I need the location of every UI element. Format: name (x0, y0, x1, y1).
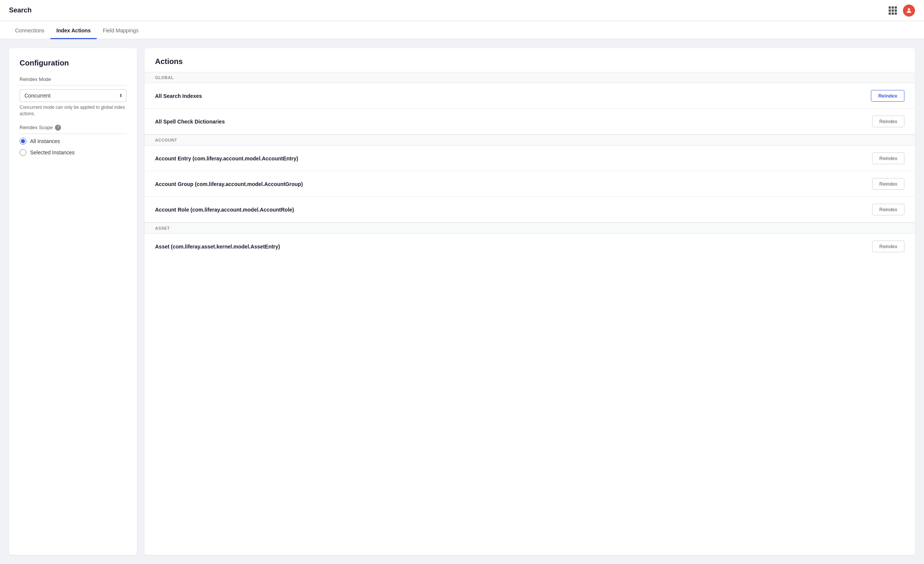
app-title: Search (9, 6, 32, 14)
radio-selected-instances-label: Selected Instances (30, 149, 75, 155)
help-icon[interactable]: ? (55, 125, 61, 131)
form-divider-1 (20, 85, 126, 85)
reindex-btn-asset-entry[interactable]: Reindex (872, 241, 904, 252)
reindex-scope-label: Reindex Scope ? (20, 125, 126, 131)
action-name-all-spell-check: All Spell Check Dictionaries (155, 119, 225, 125)
grid-icon[interactable] (889, 6, 897, 15)
reindex-btn-account-entry[interactable]: Reindex (872, 152, 904, 164)
reindex-btn-account-group[interactable]: Reindex (872, 178, 904, 190)
radio-all-instances[interactable]: All Instances (20, 138, 126, 145)
reindex-scope-group: Reindex Scope ? All Instances Selected I… (20, 125, 126, 156)
radio-selected-instances-input[interactable] (20, 149, 26, 156)
reindex-btn-all-search-indexes[interactable]: Reindex (871, 90, 904, 102)
app-header: Search (0, 0, 924, 21)
action-row-account-role: Account Role (com.liferay.account.model.… (145, 197, 915, 223)
tab-connections[interactable]: Connections (9, 23, 50, 39)
user-avatar[interactable] (903, 5, 915, 17)
reindex-mode-group: Reindex Mode Concurrent Sync ⬍ Concurren… (20, 76, 126, 117)
action-row-asset-entry: Asset (com.liferay.asset.kernel.model.As… (145, 234, 915, 259)
configuration-panel: Configuration Reindex Mode Concurrent Sy… (9, 48, 137, 555)
header-icons (889, 5, 915, 17)
radio-selected-instances[interactable]: Selected Instances (20, 149, 126, 156)
form-divider-2 (20, 134, 126, 134)
radio-all-instances-input[interactable] (20, 138, 26, 145)
action-name-asset-entry: Asset (com.liferay.asset.kernel.model.As… (155, 244, 280, 250)
main-content: Configuration Reindex Mode Concurrent Sy… (0, 39, 924, 564)
svg-point-0 (908, 8, 910, 11)
action-name-account-group: Account Group (com.liferay.account.model… (155, 181, 303, 187)
tab-bar: Connections Index Actions Field Mappings (0, 21, 924, 39)
action-name-all-search-indexes: All Search Indexes (155, 93, 202, 99)
radio-all-instances-label: All Instances (30, 138, 60, 144)
reindex-mode-select-wrapper: Concurrent Sync ⬍ (20, 89, 126, 102)
tab-field-mappings[interactable]: Field Mappings (97, 23, 145, 39)
reindex-btn-account-role[interactable]: Reindex (872, 204, 904, 215)
action-name-account-entry: Account Entry (com.liferay.account.model… (155, 155, 298, 162)
action-row-all-search-indexes: All Search Indexes Reindex (145, 83, 915, 109)
reindex-mode-select[interactable]: Concurrent Sync (20, 89, 126, 102)
section-header-global: GLOBAL (145, 72, 915, 83)
section-header-asset: ASSET (145, 223, 915, 234)
action-row-account-entry: Account Entry (com.liferay.account.model… (145, 146, 915, 171)
reindex-mode-label: Reindex Mode (20, 76, 126, 82)
action-name-account-role: Account Role (com.liferay.account.model.… (155, 207, 294, 213)
section-header-account: ACCOUNT (145, 134, 915, 146)
reindex-btn-all-spell-check[interactable]: Reindex (872, 116, 904, 127)
scope-radio-group: All Instances Selected Instances (20, 138, 126, 156)
actions-panel: Actions GLOBAL All Search Indexes Reinde… (145, 48, 915, 555)
tab-index-actions[interactable]: Index Actions (50, 23, 97, 39)
actions-title: Actions (145, 48, 915, 72)
configuration-title: Configuration (20, 59, 126, 67)
action-row-account-group: Account Group (com.liferay.account.model… (145, 171, 915, 197)
action-row-all-spell-check: All Spell Check Dictionaries Reindex (145, 109, 915, 134)
reindex-mode-helper: Concurrent mode can only be applied to g… (20, 104, 126, 117)
